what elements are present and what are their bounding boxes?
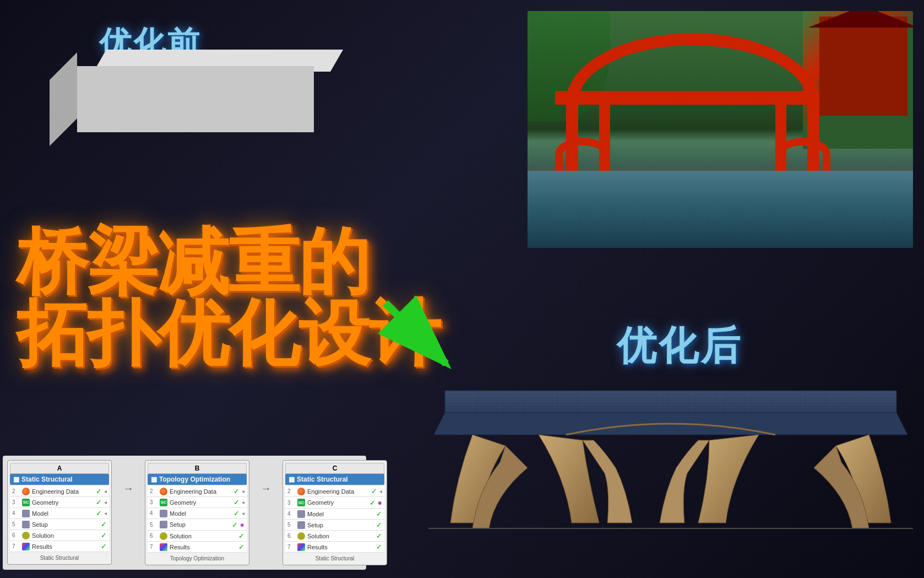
block-b-row-4: 4 Model ✓ ◂ (148, 508, 247, 519)
block-a-row-4: 4 Model ✓ ◂ (10, 508, 109, 519)
block-a-row-5: 5 Setup ✓ (10, 519, 109, 530)
block-a-row-7: 7 Results ✓ (10, 541, 109, 552)
block-a-header: ▦ Static Structural (10, 474, 109, 485)
svg-line-1 (385, 303, 446, 364)
model-icon-c (297, 510, 305, 518)
arrow-b-to-c: → (260, 460, 271, 495)
pagoda (819, 17, 907, 116)
arrow-a-to-b: → (123, 460, 134, 495)
block-c-row-6: 6 Solution ✓ (285, 531, 384, 542)
block-b-row-6: 6 Solution ✓ (148, 531, 247, 542)
block-c: C ▦ Static Structural 2 Engineering Data… (282, 460, 387, 565)
block-c-title: Static Structural (297, 476, 348, 483)
block-b-header: ▦ Topology Optimization (148, 474, 247, 485)
block-a-title: Static Structural (21, 476, 73, 483)
block-a-footer: Static Structural (10, 554, 109, 562)
block-c-row-3: 3 SC Geometry ✓ ● (285, 497, 384, 509)
block-c-icon: ▦ (289, 476, 295, 483)
block-c-footer: Static Structural (285, 554, 384, 563)
block-c-column: C ▦ Static Structural 2 Engineering Data… (282, 460, 387, 565)
col-b-header: B (148, 463, 247, 474)
block-b-footer: Topology Optimization (148, 554, 247, 563)
col-c-header: C (285, 463, 384, 474)
setup-icon-b (160, 521, 167, 528)
block-b-row-5: 5 Setup ✓ ● (148, 519, 247, 531)
water (528, 171, 913, 248)
bridge-arch (555, 17, 830, 171)
results-icon-c (297, 543, 305, 551)
engineering-data-icon-b (160, 488, 167, 495)
block-b: B ▦ Topology Optimization 2 Engineering … (145, 460, 249, 565)
block-b-title: Topology Optimization (159, 476, 230, 483)
pagoda-roof (808, 11, 913, 28)
block-b-column: B ▦ Topology Optimization 2 Engineering … (145, 460, 249, 565)
model-icon-b (160, 510, 167, 517)
block-c-row-5: 5 Setup ✓ (285, 520, 384, 531)
block-a-column: A ▦ Static Structural 2 Engineering Data… (7, 460, 112, 565)
bridge-photo-inner (528, 11, 913, 248)
geometry-icon-a: SC (22, 499, 30, 506)
engineering-data-icon-a (22, 488, 30, 495)
small-arch-right (775, 138, 830, 171)
model-icon-a (22, 510, 30, 517)
block-b-row-7: 7 Results ✓ (148, 542, 247, 553)
bridge-photo (528, 11, 913, 248)
block-a-row-3: 3 SC Geometry ✓ ◂ (10, 497, 109, 508)
block-c-row-4: 4 Model ✓ (285, 509, 384, 520)
box-front-face (77, 66, 314, 132)
block-b-icon: ▦ (151, 476, 157, 483)
results-icon-b (160, 543, 167, 551)
ansys-workflow: A ▦ Static Structural 2 Engineering Data… (3, 456, 366, 570)
block-b-row-2: 2 Engineering Data ✓ ◂ (148, 486, 247, 497)
block-a-row-6: 6 Solution ✓ (10, 530, 109, 541)
block-a: A ▦ Static Structural 2 Engineering Data… (7, 460, 112, 565)
block-c-row-7: 7 Results ✓ (285, 542, 384, 553)
block-b-row-3: 3 SC Geometry ✓ ◂ (148, 497, 247, 508)
solution-icon-c (297, 532, 305, 540)
solution-icon-b (160, 532, 167, 540)
geometry-icon-b: SC (160, 499, 167, 506)
box-before-3d (33, 33, 352, 154)
setup-icon-a (22, 521, 30, 528)
arch-deck (555, 91, 830, 105)
solution-icon-a (22, 532, 30, 539)
block-c-header: ▦ Static Structural (285, 474, 384, 485)
block-a-icon: ▦ (13, 476, 19, 483)
engineering-data-icon-c (297, 488, 305, 495)
small-arch-left (555, 138, 610, 171)
block-c-row-2: 2 Engineering Data ✓ ◂ (285, 486, 384, 497)
block-a-row-2: 2 Engineering Data ✓ ◂ (10, 486, 109, 497)
title-line1: 桥梁减重的 (17, 226, 439, 298)
results-icon-a (22, 543, 30, 550)
geometry-icon-c: SC (297, 499, 305, 506)
setup-icon-c (297, 521, 305, 529)
green-arrow (374, 292, 463, 380)
label-after: 优化后 (617, 320, 742, 372)
workflow-container: A ▦ Static Structural 2 Engineering Data… (7, 460, 362, 565)
col-a-header: A (10, 463, 109, 474)
box-side-face (50, 52, 77, 146)
